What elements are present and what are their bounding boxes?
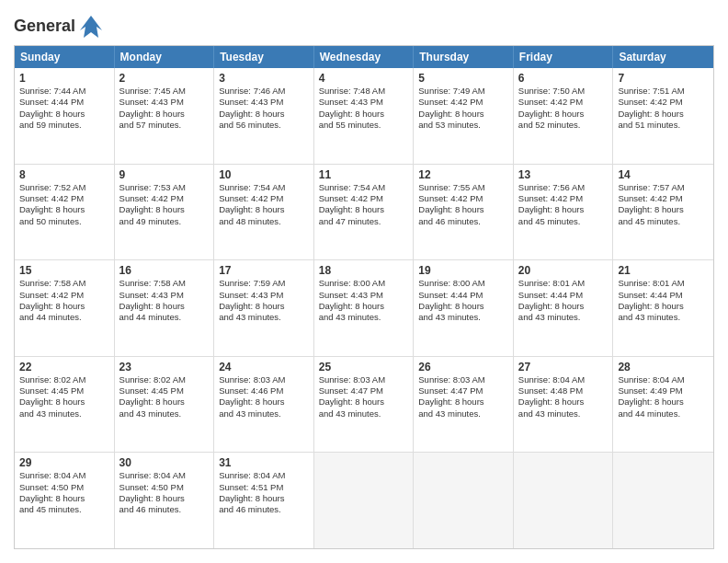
cell-line: and 43 minutes. [518, 312, 609, 323]
cell-line: Sunrise: 8:03 AM [219, 374, 309, 385]
cell-line: Daylight: 8 hours [119, 109, 210, 120]
cell-line: and 46 minutes. [119, 504, 210, 515]
day-number: 9 [119, 168, 210, 181]
day-number: 15 [19, 264, 109, 277]
cell-line: Daylight: 8 hours [518, 301, 609, 312]
calendar-cell: 11Sunrise: 7:54 AMSunset: 4:42 PMDayligh… [314, 165, 415, 260]
logo: General [14, 14, 104, 36]
day-number: 12 [418, 168, 508, 181]
cell-line: Daylight: 8 hours [119, 204, 210, 215]
calendar-cell: 3Sunrise: 7:46 AMSunset: 4:43 PMDaylight… [214, 68, 314, 164]
cell-line: and 53 minutes. [418, 120, 508, 131]
cell-line: Sunset: 4:42 PM [418, 97, 508, 108]
cell-line: and 47 minutes. [319, 216, 409, 227]
calendar-cell: 21Sunrise: 8:01 AMSunset: 4:44 PMDayligh… [613, 260, 713, 356]
cell-line: Daylight: 8 hours [618, 204, 709, 215]
cell-line: Daylight: 8 hours [319, 204, 409, 215]
cell-line: and 43 minutes. [418, 312, 508, 323]
calendar-cell: 16Sunrise: 7:58 AMSunset: 4:43 PMDayligh… [115, 260, 215, 356]
day-number: 3 [219, 72, 309, 85]
cell-line: Daylight: 8 hours [319, 396, 409, 408]
cell-line: and 46 minutes. [219, 504, 309, 515]
cell-line: and 46 minutes. [418, 216, 508, 227]
cell-line: Sunrise: 7:51 AM [618, 86, 709, 97]
cell-line: Sunset: 4:46 PM [219, 385, 309, 396]
cell-line: and 43 minutes. [518, 408, 609, 419]
cell-line: Sunrise: 8:04 AM [119, 470, 210, 481]
cell-line: Sunrise: 8:04 AM [618, 374, 709, 385]
cell-line: Sunset: 4:51 PM [219, 482, 309, 493]
calendar-cell: 17Sunrise: 7:59 AMSunset: 4:43 PMDayligh… [214, 260, 314, 356]
cell-line: and 43 minutes. [119, 408, 210, 419]
cell-line: and 44 minutes. [618, 408, 709, 419]
cell-line: Sunset: 4:42 PM [19, 193, 109, 204]
cell-line: Daylight: 8 hours [418, 204, 508, 215]
cell-line: Sunrise: 7:50 AM [518, 86, 609, 97]
day-number: 10 [219, 168, 309, 181]
cell-line: Sunrise: 8:03 AM [418, 374, 508, 385]
day-number: 21 [618, 264, 709, 277]
logo-general: General [14, 17, 75, 36]
day-number: 18 [319, 264, 409, 277]
calendar-cell: 24Sunrise: 8:03 AMSunset: 4:46 PMDayligh… [214, 357, 314, 453]
calendar-cell: 9Sunrise: 7:53 AMSunset: 4:42 PMDaylight… [115, 165, 215, 260]
cell-line: Sunset: 4:43 PM [119, 290, 210, 301]
calendar-cell: 1Sunrise: 7:44 AMSunset: 4:44 PMDaylight… [15, 68, 115, 164]
cell-line: Sunrise: 8:02 AM [19, 374, 109, 385]
calendar-cell: 29Sunrise: 8:04 AMSunset: 4:50 PMDayligh… [15, 453, 115, 548]
svg-marker-0 [80, 16, 102, 38]
day-number: 22 [19, 361, 109, 373]
cell-line: Daylight: 8 hours [418, 396, 508, 408]
cell-line: Sunset: 4:42 PM [119, 193, 210, 204]
day-number: 16 [119, 264, 210, 277]
cell-line: and 43 minutes. [319, 408, 409, 419]
calendar-header: SundayMondayTuesdayWednesdayThursdayFrid… [15, 46, 713, 68]
calendar-cell: 22Sunrise: 8:02 AMSunset: 4:45 PMDayligh… [15, 357, 115, 453]
calendar-cell: 23Sunrise: 8:02 AMSunset: 4:45 PMDayligh… [115, 357, 215, 453]
cell-line: Sunset: 4:42 PM [618, 97, 709, 108]
cell-line: Sunset: 4:45 PM [19, 385, 109, 396]
day-number: 30 [119, 456, 210, 469]
cell-line: Daylight: 8 hours [618, 396, 709, 408]
calendar-row: 8Sunrise: 7:52 AMSunset: 4:42 PMDaylight… [15, 164, 713, 260]
cell-line: and 59 minutes. [19, 120, 109, 131]
calendar-cell: 19Sunrise: 8:00 AMSunset: 4:44 PMDayligh… [414, 260, 514, 356]
day-number: 6 [518, 72, 609, 85]
cell-line: Daylight: 8 hours [518, 204, 609, 215]
cell-line: and 48 minutes. [219, 216, 309, 227]
calendar-cell: 10Sunrise: 7:54 AMSunset: 4:42 PMDayligh… [214, 165, 314, 260]
cell-line: and 51 minutes. [618, 120, 709, 131]
calendar-row: 22Sunrise: 8:02 AMSunset: 4:45 PMDayligh… [15, 356, 713, 453]
cell-line: Sunrise: 8:00 AM [418, 278, 508, 289]
day-number: 31 [219, 456, 309, 469]
cell-line: Sunrise: 7:58 AM [19, 278, 109, 289]
calendar-cell: 27Sunrise: 8:04 AMSunset: 4:48 PMDayligh… [514, 357, 614, 453]
cell-line: Sunset: 4:47 PM [418, 385, 508, 396]
cell-line: Sunrise: 7:58 AM [119, 278, 210, 289]
cell-line: Sunset: 4:44 PM [518, 290, 609, 301]
cell-line: Sunset: 4:43 PM [319, 97, 409, 108]
cell-line: Sunset: 4:49 PM [618, 385, 709, 396]
cell-line: Daylight: 8 hours [319, 109, 409, 120]
cell-line: Daylight: 8 hours [19, 109, 109, 120]
cell-line: Sunrise: 8:01 AM [618, 278, 709, 289]
day-number: 29 [19, 456, 109, 469]
cell-line: Daylight: 8 hours [618, 109, 709, 120]
cell-line: and 50 minutes. [19, 216, 109, 227]
cell-line: Sunrise: 7:54 AM [219, 182, 309, 193]
cell-line: and 52 minutes. [518, 120, 609, 131]
calendar-cell: 13Sunrise: 7:56 AMSunset: 4:42 PMDayligh… [514, 165, 614, 260]
cell-line: Sunrise: 7:52 AM [19, 182, 109, 193]
cell-line: Sunrise: 7:44 AM [19, 86, 109, 97]
cell-line: Sunrise: 8:04 AM [219, 470, 309, 481]
cell-line: Sunrise: 8:02 AM [119, 374, 210, 385]
calendar-cell: 30Sunrise: 8:04 AMSunset: 4:50 PMDayligh… [115, 453, 215, 548]
calendar-cell: 2Sunrise: 7:45 AMSunset: 4:43 PMDaylight… [115, 68, 215, 164]
calendar-body: 1Sunrise: 7:44 AMSunset: 4:44 PMDaylight… [15, 68, 713, 548]
cell-line: Daylight: 8 hours [518, 396, 609, 408]
cell-line: Sunrise: 7:45 AM [119, 86, 210, 97]
header: General [14, 14, 714, 36]
cell-line: Daylight: 8 hours [219, 493, 309, 504]
cell-line: Sunrise: 7:53 AM [119, 182, 210, 193]
calendar-cell: 7Sunrise: 7:51 AMSunset: 4:42 PMDaylight… [613, 68, 713, 164]
